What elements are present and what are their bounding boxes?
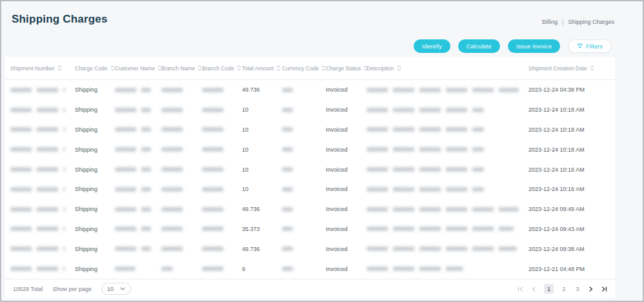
charge-code-cell: Shipping bbox=[75, 206, 115, 212]
redacted-text bbox=[115, 267, 136, 271]
prev-page-icon[interactable] bbox=[532, 287, 536, 292]
column-header[interactable]: Description bbox=[367, 65, 528, 72]
currency-code-cell bbox=[282, 108, 326, 112]
customer-name-cell bbox=[115, 108, 161, 112]
pagination-bar: 10529 Total Show per page 10 123 bbox=[5, 279, 615, 298]
sort-icon[interactable] bbox=[590, 65, 594, 71]
page-number-1[interactable]: 1 bbox=[544, 284, 554, 294]
currency-code-cell bbox=[282, 207, 326, 212]
creation-date-cell: 2023-12-24 10:18 AM bbox=[528, 126, 615, 133]
description-cell bbox=[367, 267, 528, 271]
creation-date-cell: 2023-12-24 10:18 AM bbox=[528, 106, 615, 113]
currency-code-cell bbox=[282, 127, 326, 132]
creation-date-cell: 2023-12-24 04:38 PM bbox=[528, 86, 615, 93]
redacted-text bbox=[10, 127, 65, 132]
sort-icon[interactable] bbox=[57, 65, 62, 71]
next-page-icon[interactable] bbox=[589, 287, 593, 292]
sort-icon[interactable] bbox=[276, 65, 281, 71]
calculate-button[interactable]: Calculate bbox=[458, 39, 500, 53]
redacted-text bbox=[367, 187, 484, 192]
branch-name-cell bbox=[161, 226, 202, 231]
table-row[interactable]: Shipping 9 Invoiced 2023-12-21 04:48 PM bbox=[5, 259, 615, 279]
shipment-number-cell bbox=[10, 247, 75, 251]
sort-icon[interactable] bbox=[197, 65, 202, 71]
creation-date-cell: 2023-12-21 04:48 PM bbox=[528, 266, 615, 272]
customer-name-cell bbox=[115, 207, 161, 212]
column-header-label: Customer Name bbox=[115, 65, 155, 72]
page-number-2[interactable]: 2 bbox=[561, 286, 567, 292]
shipment-number-cell bbox=[10, 147, 75, 152]
customer-name-cell bbox=[115, 187, 161, 192]
creation-date-cell: 2023-12-24 09:49 AM bbox=[528, 206, 615, 212]
redacted-text bbox=[161, 187, 187, 192]
sort-icon[interactable] bbox=[110, 65, 115, 71]
branch-name-cell bbox=[161, 147, 202, 152]
branch-name-cell bbox=[161, 108, 202, 112]
issue-invoice-button[interactable]: Issue Invoice bbox=[508, 39, 560, 53]
sort-icon[interactable] bbox=[237, 65, 241, 71]
total-amount-cell: 49.736 bbox=[242, 206, 282, 212]
customer-name-cell bbox=[115, 247, 161, 251]
redacted-text bbox=[10, 226, 65, 231]
customer-name-cell bbox=[115, 167, 161, 172]
table-header-row: Shipment Number Charge Code Customer Nam… bbox=[5, 57, 615, 80]
branch-code-cell bbox=[202, 207, 242, 212]
breadcrumb-separator: | bbox=[562, 19, 563, 25]
column-header[interactable]: Charge Status bbox=[326, 65, 367, 72]
column-header[interactable]: Shipment Number bbox=[10, 65, 75, 72]
column-header[interactable]: Charge Code bbox=[75, 65, 115, 72]
column-header-label: Charge Code bbox=[75, 65, 108, 72]
currency-code-cell bbox=[282, 226, 326, 231]
column-header[interactable]: Currency Code bbox=[282, 65, 326, 72]
total-amount-cell: 49.736 bbox=[242, 246, 282, 252]
total-amount-cell: 10 bbox=[242, 106, 282, 113]
customer-name-cell bbox=[115, 267, 161, 271]
column-header[interactable]: Customer Name bbox=[115, 65, 161, 72]
page-size-value: 10 bbox=[107, 286, 114, 292]
branch-name-cell bbox=[161, 167, 202, 172]
redacted-text bbox=[367, 127, 484, 132]
breadcrumb-billing[interactable]: Billing bbox=[542, 19, 558, 25]
charge-code-cell: Shipping bbox=[75, 226, 115, 232]
pager: 123 bbox=[518, 284, 607, 294]
total-amount-cell: 10 bbox=[242, 166, 282, 173]
identify-button[interactable]: Identify bbox=[414, 39, 450, 53]
branch-name-cell bbox=[161, 127, 202, 132]
charge-code-cell: Shipping bbox=[75, 146, 115, 153]
currency-code-cell bbox=[282, 167, 326, 172]
table-row[interactable]: Shipping 10 Invoiced 2023-12-24 10:18 AM bbox=[5, 120, 615, 140]
page-title: Shipping Charges bbox=[12, 13, 108, 26]
table-row[interactable]: Shipping 35.373 Invoiced 2023-12-24 09:4… bbox=[5, 219, 615, 239]
table-body: Shipping 49.736 Invoiced 2023-12-24 04:3… bbox=[5, 80, 615, 279]
first-page-icon[interactable] bbox=[518, 287, 523, 292]
table-row[interactable]: Shipping 49.736 Invoiced 2023-12-24 04:3… bbox=[5, 80, 615, 100]
redacted-text bbox=[10, 88, 65, 92]
column-header-label: Charge Status bbox=[326, 65, 361, 72]
page-number-3[interactable]: 3 bbox=[574, 286, 581, 292]
redacted-text bbox=[367, 88, 519, 92]
sort-icon[interactable] bbox=[397, 65, 401, 71]
filters-button[interactable]: Filters bbox=[568, 39, 612, 53]
table-row[interactable]: Shipping 49.736 Invoiced 2023-12-24 09:4… bbox=[5, 199, 615, 219]
column-header[interactable]: Branch Name bbox=[161, 65, 202, 72]
table-row[interactable]: Shipping 49.736 Invoiced 2023-12-24 09:3… bbox=[5, 239, 615, 259]
table-row[interactable]: Shipping 10 Invoiced 2023-12-24 10:16 AM bbox=[5, 179, 615, 199]
charge-status-cell: Invoiced bbox=[326, 206, 367, 212]
page-size-dropdown[interactable]: 10 bbox=[101, 283, 131, 295]
column-header[interactable]: Total Amount bbox=[242, 65, 282, 72]
breadcrumb-current: Shipping Charges bbox=[568, 19, 614, 25]
redacted-text bbox=[202, 167, 226, 172]
customer-name-cell bbox=[115, 147, 161, 152]
table-row[interactable]: Shipping 10 Invoiced 2023-12-24 10:18 AM bbox=[5, 100, 615, 120]
redacted-text bbox=[282, 267, 293, 271]
table-row[interactable]: Shipping 10 Invoiced 2023-12-24 10:18 AM bbox=[5, 139, 615, 159]
last-page-icon[interactable] bbox=[601, 287, 607, 292]
shipment-number-cell bbox=[10, 226, 75, 231]
redacted-text bbox=[10, 147, 65, 152]
charge-status-cell: Invoiced bbox=[326, 106, 367, 113]
total-amount-cell: 49.736 bbox=[242, 86, 282, 93]
shipment-number-cell bbox=[10, 88, 75, 92]
column-header[interactable]: Shipment Creation Date bbox=[528, 65, 615, 72]
table-row[interactable]: Shipping 10 Invoiced 2023-12-24 10:16 AM bbox=[5, 159, 615, 179]
column-header[interactable]: Branch Code bbox=[202, 65, 242, 72]
